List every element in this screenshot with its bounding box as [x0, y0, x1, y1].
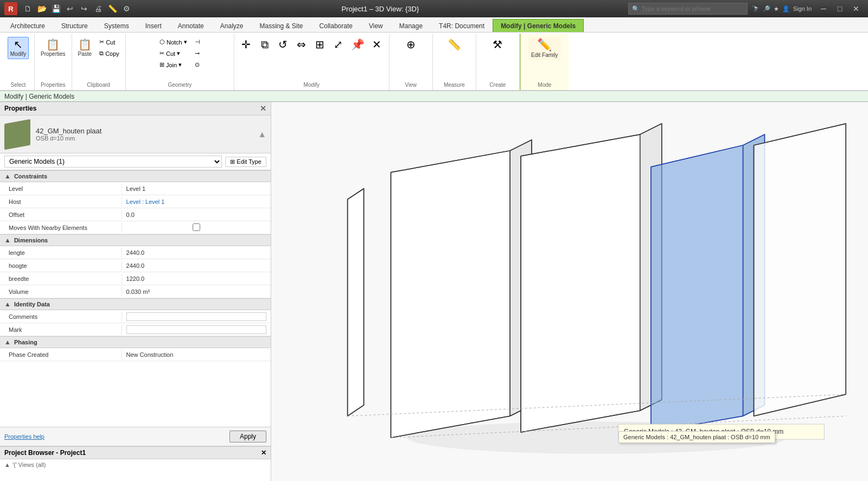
- tab-architecture[interactable]: Architecture: [2, 19, 53, 32]
- dimensions-label: Dimensions: [14, 237, 48, 243]
- split-icon: ⊸: [195, 50, 200, 57]
- properties-button[interactable]: 📋 Properties: [38, 37, 68, 59]
- cut-icon: ✂: [159, 50, 164, 57]
- minimize-button[interactable]: ─: [816, 3, 831, 15]
- rotate-icon: ↺: [278, 39, 288, 50]
- svg-marker-7: [391, 151, 510, 438]
- prop-name-mark: Mark: [0, 325, 122, 335]
- sign-in-label[interactable]: Sign In: [793, 5, 812, 12]
- copy-modify-button[interactable]: ⧉: [256, 37, 273, 52]
- paste-button[interactable]: 📋 Paste: [75, 37, 95, 59]
- open-button[interactable]: 📂: [36, 3, 48, 15]
- tab-systems[interactable]: Systems: [96, 19, 137, 32]
- edit-type-button[interactable]: ⊞ Edit Type: [225, 157, 266, 167]
- tab-collaborate[interactable]: Collaborate: [311, 19, 361, 32]
- undo-button[interactable]: ↩: [64, 3, 76, 15]
- prop-value-comments[interactable]: [122, 311, 271, 323]
- mark-input[interactable]: [126, 325, 266, 334]
- modify-icon: ↖: [14, 39, 23, 50]
- viewport-canvas: Generic Models : 42_GM_houten plaat : OS…: [271, 102, 868, 481]
- main-area: Properties ✕ 42_GM_houten plaat OSB d=10…: [0, 102, 868, 481]
- measure-button[interactable]: 📏: [106, 3, 118, 15]
- notch-icon: ⬡: [159, 39, 165, 46]
- project-browser-title: Project Browser - Project1: [4, 449, 86, 457]
- properties-close-button[interactable]: ✕: [260, 104, 266, 113]
- settings-button[interactable]: ⚙: [120, 3, 132, 15]
- tab-view[interactable]: View: [361, 19, 391, 32]
- measure-section-label: Measure: [444, 81, 465, 89]
- close-button[interactable]: ✕: [848, 3, 864, 15]
- tab-manage[interactable]: Manage: [391, 19, 431, 32]
- project-browser-close-button[interactable]: ✕: [261, 449, 266, 457]
- view-icon: ⊕: [406, 39, 416, 50]
- tab-massing[interactable]: Massing & Site: [252, 19, 311, 32]
- join-button[interactable]: ⊞ Join ▾: [157, 60, 190, 70]
- contextual-bar: Modify | Generic Models: [0, 91, 868, 102]
- print-button[interactable]: 🖨: [92, 3, 104, 15]
- modify-section-label: Modify: [304, 81, 320, 89]
- viewport[interactable]: Generic Models : 42_GM_houten plaat : OS…: [271, 102, 868, 481]
- modify-tool-button[interactable]: ↖ Modify: [8, 37, 29, 59]
- apply-button[interactable]: Apply: [229, 431, 266, 442]
- tab-structure[interactable]: Structure: [53, 19, 96, 32]
- cut-small-button[interactable]: ✂ Cut: [97, 37, 122, 47]
- constraints-label: Constraints: [14, 173, 47, 179]
- ribbon-section-clipboard: 📋 Paste ✂ Cut ⧉ Copy Clipboard: [72, 34, 126, 90]
- views-expand-icon[interactable]: ▲: [4, 461, 10, 468]
- properties-help-link[interactable]: Properties help: [4, 433, 44, 440]
- align-icon: ⊣: [195, 39, 200, 46]
- notch-button[interactable]: ⬡ Notch ▾: [157, 37, 190, 47]
- align-button[interactable]: ⊣: [192, 37, 203, 47]
- element-thumbnail: [4, 119, 30, 149]
- prop-value-offset: 0.0: [122, 210, 271, 220]
- pin-button[interactable]: 📌: [348, 37, 367, 52]
- mirror-button[interactable]: ⇔: [293, 37, 310, 52]
- type-dropdown[interactable]: Generic Models (1): [4, 156, 222, 168]
- dimensions-section-header[interactable]: ▲ Dimensions: [0, 234, 271, 246]
- copy-button[interactable]: ⧉ Copy: [97, 48, 122, 59]
- array-button[interactable]: ⊞: [311, 37, 329, 52]
- tab-analyze[interactable]: Analyze: [212, 19, 252, 32]
- prop-row-comments: Comments: [0, 310, 271, 323]
- save-button[interactable]: 💾: [50, 3, 62, 15]
- comments-input[interactable]: [126, 312, 266, 321]
- cut-button[interactable]: ✂ Cut ▾: [157, 48, 190, 59]
- move-button[interactable]: ✛: [238, 37, 255, 52]
- search-input[interactable]: [642, 5, 744, 12]
- prop-value-breedte: 1220.0: [122, 274, 271, 284]
- properties-section-label: Properties: [41, 81, 66, 89]
- prop-row-hoogte: hoogte 2440.0: [0, 259, 271, 272]
- create-tool-button[interactable]: ⚒: [489, 37, 506, 52]
- tab-insert[interactable]: Insert: [137, 19, 170, 32]
- prop-name-phase-created: Phase Created: [0, 350, 122, 360]
- prop-value-moves-with[interactable]: [122, 222, 271, 234]
- view-control-button[interactable]: ⊕: [402, 37, 419, 52]
- redo-button[interactable]: ↪: [78, 3, 90, 15]
- prop-value-lengte: 2440.0: [122, 248, 271, 258]
- measure-tool-button[interactable]: 📏: [445, 37, 464, 52]
- tab-annotate[interactable]: Annotate: [170, 19, 212, 32]
- scroll-up-button[interactable]: ▲: [258, 130, 266, 139]
- edit-family-icon: ✏️: [537, 39, 552, 51]
- split-button[interactable]: ⊸: [192, 48, 203, 59]
- delete-icon: ✕: [372, 39, 381, 50]
- search-box[interactable]: 🔍: [628, 3, 748, 15]
- rotate-button[interactable]: ↺: [275, 37, 292, 52]
- constraints-section-header[interactable]: ▲ Constraints: [0, 170, 271, 182]
- moves-with-checkbox[interactable]: [126, 223, 266, 231]
- identity-data-section-header[interactable]: ▲ Identity Data: [0, 298, 271, 310]
- prop-value-host[interactable]: Level : Level 1: [122, 197, 271, 207]
- prop-value-phase-created: New Construction: [122, 350, 271, 360]
- offset-button[interactable]: ⊙: [192, 60, 203, 70]
- new-button[interactable]: 🗋: [22, 3, 34, 15]
- tab-t4r[interactable]: T4R: Document: [431, 19, 493, 32]
- scale-button[interactable]: ⤢: [330, 37, 347, 52]
- prop-value-mark[interactable]: [122, 324, 271, 336]
- prop-name-volume: Volume: [0, 287, 122, 297]
- contextual-label: Modify | Generic Models: [4, 93, 74, 100]
- maximize-button[interactable]: □: [832, 3, 847, 15]
- tab-modify[interactable]: Modify | Generic Models: [493, 19, 584, 32]
- phasing-section-header[interactable]: ▲ Phasing: [0, 336, 271, 348]
- delete-button[interactable]: ✕: [368, 37, 386, 52]
- edit-family-button[interactable]: ✏️ Edit Family: [528, 37, 560, 60]
